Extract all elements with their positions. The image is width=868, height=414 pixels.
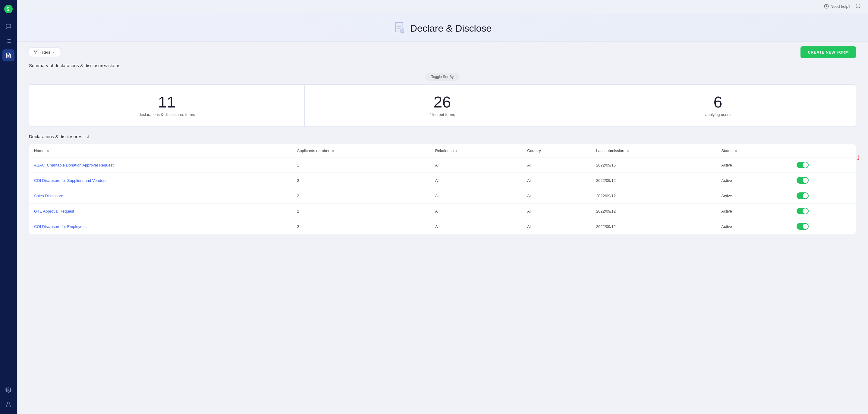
sortby-row: Toggle SortBy: [29, 73, 856, 81]
help-icon: [824, 4, 829, 9]
table-wrapper: Name ⇅ Applicants number ⇅ Relationship …: [29, 144, 856, 234]
power-icon: [855, 3, 861, 8]
row-4-status: Active: [716, 219, 792, 234]
sidebar-item-forms[interactable]: [2, 35, 14, 47]
row-2-toggle[interactable]: [797, 193, 809, 199]
filter-icon: [33, 50, 38, 55]
row-3-name[interactable]: GTE Approval Request: [29, 204, 292, 219]
page-title: Declare & Disclose: [410, 23, 492, 34]
sidebar-item-settings[interactable]: [2, 384, 14, 396]
svg-text:S: S: [6, 7, 10, 12]
row-2-name[interactable]: Sales Disclosure: [29, 188, 292, 204]
chevron-down-icon: [52, 50, 56, 54]
submission-sort-icon: ⇅: [627, 149, 629, 153]
col-relationship: Relationship: [430, 144, 522, 158]
table-row: COI Disclosure for Suppliers and Vendors…: [29, 173, 856, 188]
row-1-name-link[interactable]: COI Disclosure for Suppliers and Vendors: [34, 178, 107, 183]
row-2-country: All: [522, 188, 591, 204]
row-2-status: Active: [716, 188, 792, 204]
col-applicants: Applicants number ⇅: [292, 144, 430, 158]
row-1-name[interactable]: COI Disclosure for Suppliers and Vendors: [29, 173, 292, 188]
row-4-name-link[interactable]: COI Disclosure for Employees: [34, 224, 87, 229]
help-label: Need help?: [831, 4, 851, 9]
table-row: ABAC_Charitable Donation Approval Reques…: [29, 158, 856, 173]
row-2-name-link[interactable]: Sales Disclosure: [34, 194, 63, 198]
forms-count: 11: [158, 94, 176, 110]
row-1-toggle[interactable]: [797, 177, 809, 184]
row-1-relationship: All: [430, 173, 522, 188]
row-2-last_submission: 2022/09/12: [591, 188, 716, 204]
users-label: applying users: [705, 112, 731, 117]
row-0-last_submission: 2022/09/16: [591, 158, 716, 173]
table-row: Sales Disclosure2AllAll2022/09/12Active: [29, 188, 856, 204]
row-4-toggle-cell: [792, 219, 856, 234]
row-4-name[interactable]: COI Disclosure for Employees: [29, 219, 292, 234]
applicants-sort-icon: ⇅: [332, 149, 334, 153]
row-4-country: All: [522, 219, 591, 234]
row-3-toggle-cell: [792, 204, 856, 219]
table-row: COI Disclosure for Employees2AllAll2022/…: [29, 219, 856, 234]
col-status: Status ⇅: [716, 144, 792, 158]
filled-label: filled out forms: [430, 112, 455, 117]
filters-label: Filters: [39, 50, 50, 55]
toggle-sortby-button[interactable]: Toggle SortBy: [425, 73, 460, 81]
name-sort-icon: ⇅: [47, 149, 49, 153]
sidebar: S: [0, 0, 17, 414]
table-header-row: Name ⇅ Applicants number ⇅ Relationship …: [29, 144, 856, 158]
sidebar-item-chat[interactable]: [2, 21, 14, 33]
main-content: Need help? Declare & Disclose: [17, 0, 868, 414]
toolbar: Filters CREATE NEW FORM: [17, 41, 868, 63]
row-0-country: All: [522, 158, 591, 173]
page-header: Declare & Disclose: [17, 13, 868, 41]
filled-count: 26: [434, 94, 451, 110]
row-0-applicants: 1: [292, 158, 430, 173]
row-1-country: All: [522, 173, 591, 188]
row-0-toggle[interactable]: [797, 162, 809, 168]
summary-card-filled: 26 filled out forms: [305, 84, 580, 127]
row-4-applicants: 2: [292, 219, 430, 234]
row-3-relationship: All: [430, 204, 522, 219]
create-new-form-button[interactable]: CREATE NEW FORM: [801, 46, 856, 58]
status-sort-icon: ⇅: [735, 149, 737, 153]
svg-point-10: [8, 389, 9, 391]
summary-title: Summary of declarations & disclosures st…: [29, 63, 856, 68]
row-3-applicants: 2: [292, 204, 430, 219]
row-4-last_submission: 2022/09/12: [591, 219, 716, 234]
row-1-status: Active: [716, 173, 792, 188]
row-3-status: Active: [716, 204, 792, 219]
col-name: Name ⇅: [29, 144, 292, 158]
summary-cards: 11 declarations & disclosures forms 26 f…: [29, 84, 856, 127]
power-button[interactable]: [855, 3, 861, 10]
col-toggle: [792, 144, 856, 158]
row-0-toggle-cell: [792, 158, 856, 173]
row-0-name[interactable]: ABAC_Charitable Donation Approval Reques…: [29, 158, 292, 173]
help-link[interactable]: Need help?: [824, 4, 851, 9]
svg-point-11: [7, 402, 10, 404]
topbar: Need help?: [17, 0, 868, 13]
row-2-relationship: All: [430, 188, 522, 204]
row-1-toggle-cell: [792, 173, 856, 188]
row-3-country: All: [522, 204, 591, 219]
table-row: GTE Approval Request2AllAll2022/09/12Act…: [29, 204, 856, 219]
sidebar-item-declare[interactable]: [2, 49, 14, 61]
filters-button[interactable]: Filters: [29, 47, 60, 57]
declarations-table: Name ⇅ Applicants number ⇅ Relationship …: [29, 144, 856, 234]
table-section: Declarations & disclosures list ↓ Name ⇅…: [17, 134, 868, 241]
users-count: 6: [714, 94, 722, 110]
svg-marker-22: [34, 50, 37, 54]
sidebar-item-profile[interactable]: [2, 398, 14, 410]
red-arrow-indicator: ↓: [856, 152, 861, 162]
row-3-name-link[interactable]: GTE Approval Request: [34, 209, 74, 213]
row-2-applicants: 2: [292, 188, 430, 204]
summary-card-users: 6 applying users: [580, 84, 856, 127]
row-4-toggle[interactable]: [797, 223, 809, 230]
app-logo[interactable]: S: [3, 4, 14, 14]
row-3-toggle[interactable]: [797, 208, 809, 214]
svg-rect-19: [401, 29, 404, 33]
row-3-last_submission: 2022/09/12: [591, 204, 716, 219]
row-2-toggle-cell: [792, 188, 856, 204]
row-0-relationship: All: [430, 158, 522, 173]
col-last-submission: Last submission ⇅: [591, 144, 716, 158]
row-0-name-link[interactable]: ABAC_Charitable Donation Approval Reques…: [34, 163, 114, 167]
row-4-relationship: All: [430, 219, 522, 234]
